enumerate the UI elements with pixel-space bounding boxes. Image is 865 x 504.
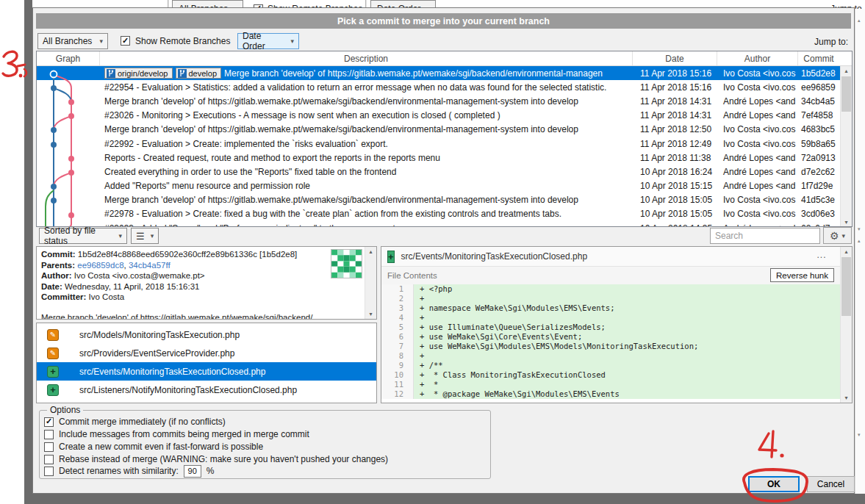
dialog-title-bar: Pick a commit to merge into your current… — [36, 13, 851, 29]
column-header-description[interactable]: Description — [100, 51, 633, 65]
cancel-button[interactable]: Cancel — [807, 476, 855, 492]
reverse-hunk-button[interactable]: Reverse hunk — [770, 268, 834, 282]
commit-row[interactable]: Created everything in order to use the "… — [37, 165, 852, 179]
commit-row[interactable]: Merge branch 'develop' of https://gitlab… — [37, 123, 852, 137]
chevron-down-icon: ▾ — [842, 232, 846, 240]
merge-commit-dialog: Pick a commit to merge into your current… — [32, 7, 855, 494]
handwritten-3 — [3, 51, 17, 76]
option-label: Detect renames with similarity: — [59, 466, 179, 476]
scrollbar-thumb[interactable] — [841, 76, 851, 112]
branch-ref-badge[interactable]: develop — [176, 68, 222, 79]
commit-message-line1: Merge branch 'develop' of https://gitlab… — [41, 312, 329, 320]
detail-committer-line: Committer: Ivo Costa — [41, 292, 329, 303]
line-number: 5 — [381, 323, 414, 332]
diff-search-box[interactable] — [710, 228, 820, 244]
option-include-messages[interactable]: Include messages from commits being merg… — [44, 428, 309, 440]
option-commit-immediately[interactable]: Commit merge immediately (if no conflict… — [44, 416, 226, 428]
file-list-menu-dropdown[interactable]: ☰ ▾ — [131, 228, 159, 244]
file-modified-icon: ✎ — [47, 329, 59, 341]
search-input[interactable] — [711, 231, 832, 241]
column-header-commit[interactable]: Commit — [798, 51, 839, 65]
diff-settings-dropdown[interactable]: ⚙ ▾ — [823, 227, 852, 244]
commit-hash: ee96859 — [798, 82, 839, 93]
chevron-down-icon: ▾ — [151, 232, 154, 240]
line-text: + use WeMake\Sgi\Modules\EMS\Models\Moni… — [414, 342, 840, 351]
line-number: 2 — [381, 294, 414, 303]
scroll-up-icon[interactable]: ▴ — [858, 18, 861, 24]
dialog-title: Pick a commit to merge into your current… — [337, 16, 550, 26]
commit-date: 11 Apr 2018 15:16 — [633, 82, 717, 93]
scroll-down-icon[interactable]: ▾ — [365, 311, 376, 317]
checkbox-unchecked-icon[interactable] — [44, 467, 54, 476]
file-row[interactable]: ✎ src/Providers/EventServiceProvider.php — [37, 344, 376, 362]
commit-row[interactable]: Merge branch 'develop' of https://gitlab… — [37, 193, 852, 207]
file-row-selected[interactable]: + src/Events/MonitoringTaskExecutionClos… — [37, 362, 376, 381]
commit-row-partial[interactable]: #23033 - Added "Scope" and "Performance … — [37, 221, 852, 227]
diff-line: 8+ — [381, 351, 840, 361]
file-row[interactable]: + src/Listeners/NotifyMonitoringTaskExec… — [37, 381, 376, 399]
file-row[interactable]: ✎ src/Models/MonitoringTaskExecution.php — [37, 325, 376, 344]
scroll-down-icon[interactable]: ▾ — [858, 226, 861, 232]
option-rebase[interactable]: Rebase instead of merge (WARNING: make s… — [44, 453, 388, 465]
parent-link-2[interactable]: 34cb4a57ff — [129, 261, 171, 270]
diff-code-area: 1+ <?php 2+ 3+ namespace WeMake\Sgi\Modu… — [381, 284, 840, 403]
scroll-down-icon[interactable]: ▾ — [841, 395, 852, 401]
commit-hash: 1f7d29e — [798, 181, 839, 191]
file-sort-dropdown[interactable]: Sorted by file status ▾ — [39, 228, 127, 244]
commit-author: Ivo Costa <ivo.cos — [717, 82, 798, 93]
option-no-fast-forward[interactable]: Create a new commit even if fast-forward… — [44, 441, 263, 453]
scrollbar-thumb[interactable] — [841, 257, 851, 316]
branch-filter-dropdown[interactable]: All Branches ▾ — [37, 33, 108, 49]
details-scrollbar[interactable]: ▴ ▾ — [365, 247, 376, 319]
similarity-input[interactable] — [184, 465, 201, 478]
diff-line: 4+ — [381, 313, 840, 323]
scroll-down-icon[interactable]: ▾ — [858, 432, 861, 438]
column-header-author[interactable]: Author — [717, 51, 798, 65]
sort-order-dropdown[interactable]: Date Order ▾ — [237, 33, 299, 49]
diff-line: 7+ use WeMake\Sgi\Modules\EMS\Models\Mon… — [381, 342, 840, 351]
window-edge-left — [24, 0, 32, 504]
commit-row[interactable]: Reports - Created request, route and met… — [37, 151, 852, 165]
show-remote-branches-checkbox[interactable] — [121, 36, 130, 46]
checkbox-checked-icon[interactable] — [44, 417, 54, 427]
branch-icon — [178, 69, 187, 78]
checkbox-unchecked-icon[interactable] — [44, 430, 54, 439]
column-header-date[interactable]: Date — [633, 51, 717, 65]
scroll-up-icon[interactable]: ▴ — [841, 248, 852, 255]
scroll-down-icon[interactable]: ▾ — [841, 219, 852, 226]
line-text: + * @package WeMake\Sgi\Modules\EMS\Even… — [414, 389, 840, 399]
commit-date: 10 Apr 2018 15:05 — [633, 209, 717, 219]
checkbox-unchecked-icon[interactable] — [44, 455, 54, 464]
commit-row[interactable]: #22992 - Evaluation > Create: implemente… — [37, 137, 852, 151]
line-text: + <?php — [414, 284, 840, 294]
commit-author: André Lopes <and — [717, 167, 798, 177]
scroll-up-icon[interactable]: ▴ — [858, 238, 861, 244]
detail-date-line: Date: Wednesday, 11 April, 2018 15:16:31 — [41, 281, 329, 292]
commit-list-scrollbar[interactable]: ▴ ▾ — [840, 66, 852, 227]
file-path: src/Models/MonitoringTaskExecution.php — [79, 330, 240, 340]
merge-options-group: Options Commit merge immediately (if no … — [39, 410, 491, 479]
commit-row[interactable]: Added "Reports" menu resource and permis… — [37, 179, 852, 193]
line-number: 6 — [381, 332, 414, 342]
scroll-up-icon[interactable]: ▴ — [841, 68, 852, 74]
branch-ref-badge[interactable]: origin/develop — [104, 68, 173, 79]
ok-button[interactable]: OK — [748, 476, 800, 492]
commit-row[interactable]: #22978 - Evaluation > Create: fixed a bu… — [37, 207, 852, 221]
chevron-down-icon: ▾ — [290, 37, 294, 45]
option-detect-renames[interactable]: Detect renames with similarity: % — [44, 465, 214, 477]
jump-to-label: Jump to: — [814, 37, 848, 47]
commit-date: 10 Apr 2018 15:15 — [633, 181, 717, 191]
commit-row[interactable]: #22954 - Evaluation > Statistics: added … — [37, 80, 852, 94]
commit-row[interactable]: Merge branch 'develop' of https://gitlab… — [37, 94, 852, 108]
parent-link-1[interactable]: ee96859dc8 — [77, 261, 123, 270]
line-text: + — [414, 313, 840, 323]
commit-row-selected[interactable]: origin/develop develop Merge branch 'dev… — [37, 66, 852, 80]
commit-row[interactable]: #23026 - Monitoring > Executions - A mes… — [37, 109, 852, 123]
column-header-graph[interactable]: Graph — [37, 51, 100, 65]
commit-description: #22992 - Evaluation > Create: implemente… — [104, 139, 388, 149]
diff-scrollbar[interactable]: ▴ ▾ — [840, 247, 852, 403]
scroll-up-icon[interactable]: ▴ — [365, 248, 376, 255]
line-number: 10 — [381, 370, 414, 380]
checkbox-unchecked-icon[interactable] — [44, 442, 54, 452]
more-options-button[interactable]: ... — [812, 250, 831, 263]
